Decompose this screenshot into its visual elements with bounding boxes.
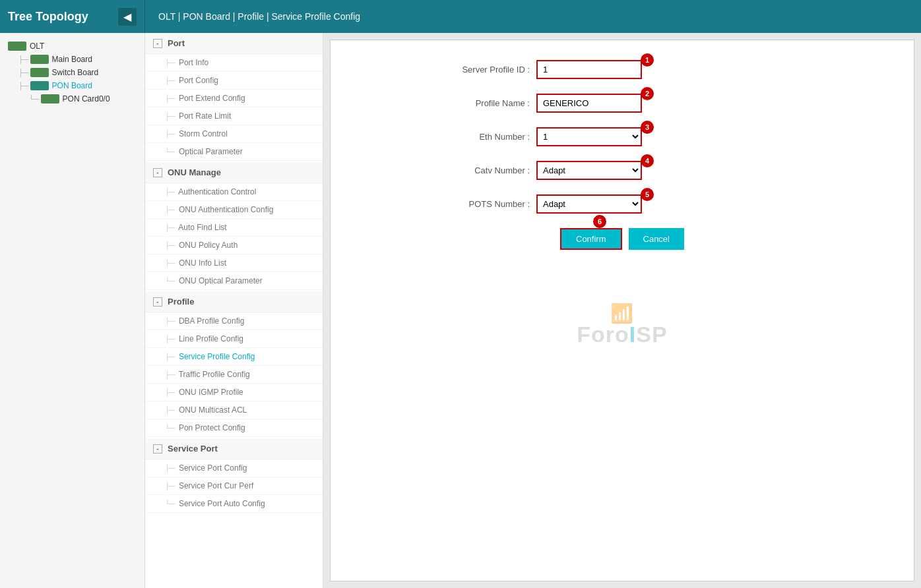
menu-item-sp-cur-perf[interactable]: ├─ Service Port Cur Perf — [145, 477, 323, 495]
label-catv-number: Catv Number : — [424, 165, 530, 175]
label-pots-number: POTS Number : — [424, 199, 530, 209]
menu-item-onu-optical[interactable]: └─ ONU Optical Parameter — [145, 272, 323, 290]
menu-panel: - Port ├─ Port Info ├─ Port Config ├─ Po… — [145, 33, 323, 588]
breadcrumb: OLT | PON Board | Profile | Service Prof… — [145, 0, 373, 33]
menu-section-serviceport-header[interactable]: - Service Port — [145, 438, 323, 459]
menu-item-line-profile[interactable]: ├─ Line Profile Config — [145, 330, 323, 348]
form-row-eth-number: Eth Number : 1 2 4 8 3 — [424, 127, 820, 146]
menu-section-onu-header[interactable]: - ONU Manage — [145, 162, 323, 183]
menu-section-port-title: Port — [168, 38, 185, 48]
menu-item-optical-param[interactable]: └─ Optical Parameter — [145, 143, 323, 161]
label-profile-name: Profile Name : — [424, 98, 530, 108]
ponboard-label: PON Board — [52, 81, 92, 90]
header-left: Tree Topology ◀ — [0, 0, 145, 33]
poncard-icon — [41, 94, 59, 103]
step-badge-5: 5 — [641, 188, 654, 201]
cancel-button[interactable]: Cancel — [629, 228, 684, 250]
menu-section-port-header[interactable]: - Port — [145, 33, 323, 54]
tree-connector-1: ├─ — [18, 55, 29, 63]
step-badge-2: 2 — [641, 87, 654, 100]
content-panel: Server Profile ID : 1 Profile Name : 2 E… — [330, 40, 914, 581]
step-badge-4: 4 — [641, 154, 654, 167]
button-row: Confirm6 Cancel — [424, 228, 820, 250]
menu-section-profile: - Profile ├─ DBA Profile Config ├─ Line … — [145, 291, 323, 437]
menu-item-port-config[interactable]: ├─ Port Config — [145, 72, 323, 90]
collapse-onu-icon: - — [153, 168, 162, 177]
menu-item-onu-info[interactable]: ├─ ONU Info List — [145, 254, 323, 272]
tree-node-poncard[interactable]: └─ PON Card0/0 — [26, 92, 144, 105]
select-pots-number[interactable]: Adapt 0 1 2 — [536, 194, 642, 214]
tree-node-ponboard[interactable]: ├─ PON Board — [16, 79, 144, 92]
olt-label: OLT — [30, 42, 44, 51]
sidebar: OLT ├─ Main Board ├─ Switch Board ├─ PON… — [0, 33, 145, 588]
input-profile-name[interactable] — [536, 94, 642, 113]
form-row-server-profile-id: Server Profile ID : 1 — [424, 60, 820, 79]
menu-item-service-profile[interactable]: ├─ Service Profile Config — [145, 348, 323, 366]
menu-item-sp-auto-config[interactable]: └─ Service Port Auto Config — [145, 495, 323, 513]
tree-node-switchboard[interactable]: ├─ Switch Board — [16, 66, 144, 79]
menu-item-port-info[interactable]: ├─ Port Info — [145, 54, 323, 72]
collapse-port-icon: - — [153, 39, 162, 48]
confirm-button[interactable]: Confirm — [560, 228, 622, 250]
step-badge-6: 6 — [593, 215, 606, 228]
form-row-catv-number: Catv Number : Adapt 0 1 4 — [424, 161, 820, 180]
layout: OLT ├─ Main Board ├─ Switch Board ├─ PON… — [0, 33, 921, 588]
form-row-pots-number: POTS Number : Adapt 0 1 2 5 — [424, 194, 820, 214]
menu-item-multicast-acl[interactable]: ├─ ONU Multicast ACL — [145, 401, 323, 419]
tree-connector-3: ├─ — [18, 82, 29, 90]
sidebar-toggle[interactable]: ◀ — [118, 8, 137, 26]
tree-node-olt[interactable]: OLT — [5, 40, 144, 53]
tree-children-pon: └─ PON Card0/0 — [16, 92, 144, 105]
menu-item-dba[interactable]: ├─ DBA Profile Config — [145, 312, 323, 330]
menu-item-onu-policy[interactable]: ├─ ONU Policy Auth — [145, 237, 323, 254]
input-server-profile-id[interactable] — [536, 60, 642, 79]
menu-item-pon-protect[interactable]: └─ Pon Protect Config — [145, 419, 323, 437]
watermark-text: ForoISP — [577, 322, 667, 347]
switchboard-label: Switch Board — [52, 68, 99, 77]
menu-section-serviceport: - Service Port ├─ Service Port Config ├─… — [145, 438, 323, 513]
menu-section-profile-header[interactable]: - Profile — [145, 291, 323, 312]
menu-section-onu-title: ONU Manage — [168, 167, 221, 177]
ponboard-icon — [30, 81, 49, 90]
olt-device-icon — [8, 42, 26, 51]
menu-section-profile-title: Profile — [168, 297, 194, 307]
label-server-profile-id: Server Profile ID : — [424, 65, 530, 74]
app-title: Tree Topology — [8, 10, 88, 24]
form-row-profile-name: Profile Name : 2 — [424, 94, 820, 113]
menu-item-sp-config[interactable]: ├─ Service Port Config — [145, 459, 323, 477]
menu-item-auto-find[interactable]: ├─ Auto Find List — [145, 219, 323, 237]
menu-item-traffic-profile[interactable]: ├─ Traffic Profile Config — [145, 366, 323, 384]
select-eth-number[interactable]: 1 2 4 8 — [536, 127, 642, 146]
tree-connector-2: ├─ — [18, 69, 29, 76]
menu-item-port-extend[interactable]: ├─ Port Extend Config — [145, 90, 323, 107]
select-catv-number[interactable]: Adapt 0 1 — [536, 161, 642, 180]
form-container: Server Profile ID : 1 Profile Name : 2 E… — [424, 60, 820, 347]
label-eth-number: Eth Number : — [424, 132, 530, 142]
menu-item-onu-auth-config[interactable]: ├─ ONU Authentication Config — [145, 201, 323, 219]
menu-item-auth-control[interactable]: ├─ Authentication Control — [145, 183, 323, 201]
watermark-wifi-icon: 📶 ForoISP — [577, 303, 667, 347]
tree: OLT ├─ Main Board ├─ Switch Board ├─ PON… — [0, 40, 144, 105]
menu-section-serviceport-title: Service Port — [168, 444, 218, 454]
poncard-label: PON Card0/0 — [63, 94, 110, 103]
tree-children: ├─ Main Board ├─ Switch Board ├─ PON Boa… — [5, 53, 144, 105]
main-content: Server Profile ID : 1 Profile Name : 2 E… — [323, 33, 921, 588]
menu-section-port: - Port ├─ Port Info ├─ Port Config ├─ Po… — [145, 33, 323, 161]
step-badge-1: 1 — [641, 53, 654, 67]
menu-item-port-rate[interactable]: ├─ Port Rate Limit — [145, 107, 323, 125]
menu-section-onu: - ONU Manage ├─ Authentication Control ├… — [145, 162, 323, 290]
watermark: 📶 ForoISP — [424, 303, 820, 347]
step-badge-3: 3 — [641, 121, 654, 134]
tree-node-mainboard[interactable]: ├─ Main Board — [16, 53, 144, 66]
mainboard-label: Main Board — [52, 55, 92, 64]
menu-item-storm-control[interactable]: ├─ Storm Control — [145, 125, 323, 143]
mainboard-icon — [30, 55, 49, 64]
switchboard-icon — [30, 68, 49, 77]
tree-connector-4: └─ — [29, 95, 40, 103]
header: Tree Topology ◀ OLT | PON Board | Profil… — [0, 0, 921, 33]
menu-item-igmp-profile[interactable]: ├─ ONU IGMP Profile — [145, 384, 323, 401]
collapse-serviceport-icon: - — [153, 444, 162, 454]
collapse-profile-icon: - — [153, 297, 162, 307]
